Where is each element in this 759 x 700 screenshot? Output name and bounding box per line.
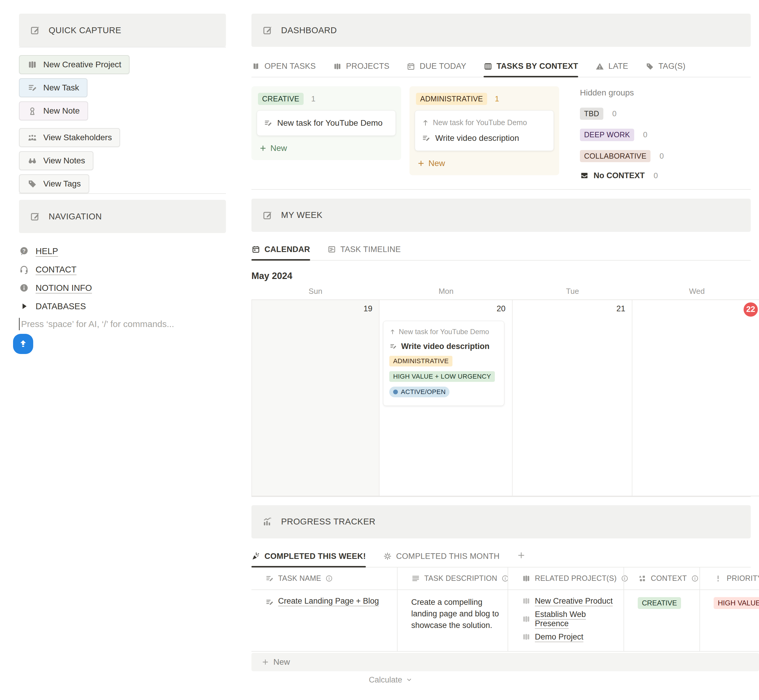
project-name: Demo Project [535, 633, 584, 642]
button-label: New Creative Project [43, 60, 121, 69]
today-badge: 22 [743, 302, 758, 317]
help-icon: ? [19, 246, 29, 256]
new-note-button[interactable]: New Note [19, 102, 88, 120]
help-link[interactable]: ? HELP [19, 242, 226, 260]
info-circle-icon [325, 575, 333, 582]
cell-context[interactable]: CREATIVE [623, 590, 700, 651]
tab-label: TASKS BY CONTEXT [497, 62, 578, 71]
divider [251, 496, 751, 497]
column-count: 1 [311, 94, 315, 103]
edit-icon [30, 25, 40, 36]
column-header-task-description[interactable]: TASK DESCRIPTION [397, 567, 508, 589]
tab-completed-this-week[interactable]: COMPLETED THIS WEEK! [251, 552, 366, 567]
task-icon [422, 134, 431, 142]
project-link[interactable]: New Creative Product [522, 597, 616, 606]
plus-icon [261, 658, 269, 666]
column-header-priority[interactable]: PRIORITY [700, 567, 759, 589]
tag-icon [645, 62, 654, 71]
ai-badge-button[interactable] [13, 334, 33, 354]
table-new-row-button[interactable]: New [251, 653, 759, 671]
board-new-button[interactable]: New [415, 159, 554, 168]
event-parent-row: New task for YouTube Demo [389, 328, 498, 336]
task-card-parent-row: New task for YouTube Demo [422, 118, 547, 127]
calendar-cell-wed-22[interactable]: 22 [632, 300, 759, 496]
binoculars-icon [27, 156, 37, 166]
cell-task-description[interactable]: Create a compelling landing page and blo… [397, 590, 508, 651]
task-card[interactable]: New task for YouTube Demo [257, 110, 396, 136]
group-count: 0 [659, 152, 664, 161]
table-header-row: TASK NAME TASK DESCRIPTION RELATED PROJE… [251, 567, 759, 590]
tab-label: DUE TODAY [420, 62, 466, 71]
tab-task-timeline[interactable]: TASK TIMELINE [327, 245, 401, 260]
task-link[interactable]: Create Landing Page + Blog [265, 597, 390, 606]
column-header-context[interactable]: CONTEXT [623, 567, 700, 589]
my-week-view-tabs: CALENDAR TASK TIMELINE [251, 245, 751, 261]
day-header: Wed [632, 287, 759, 296]
tab-calendar[interactable]: CALENDAR [251, 245, 310, 260]
databases-label: DATABASES [36, 302, 86, 311]
contact-link[interactable]: CONTACT [19, 260, 226, 279]
view-notes-button[interactable]: View Notes [19, 151, 94, 170]
hidden-group-tbd[interactable]: TBD 0 [580, 108, 664, 120]
project-link[interactable]: Demo Project [522, 633, 616, 642]
tab-late[interactable]: LATE [595, 62, 628, 77]
books-icon [522, 597, 531, 605]
tab-tasks-by-context[interactable]: TASKS BY CONTEXT [484, 62, 578, 77]
tab-label: COMPLETED THIS WEEK! [264, 552, 366, 561]
notion-info-link[interactable]: NOTION INFO [19, 279, 226, 297]
calendar-cell-tue-21[interactable]: 21 [512, 300, 632, 496]
event-parent: New task for YouTube Demo [399, 328, 489, 336]
column-label: TASK NAME [278, 574, 321, 583]
task-icon [27, 83, 37, 93]
day-header: Tue [512, 287, 632, 296]
tab-completed-this-month[interactable]: COMPLETED THIS MONTH [383, 552, 500, 567]
column-header-task-name[interactable]: TASK NAME [251, 567, 397, 589]
event-priority-tag: HIGH VALUE + LOW URGENCY [389, 371, 495, 382]
edit-icon [262, 25, 273, 36]
task-icon [265, 598, 274, 606]
tab-projects[interactable]: PROJECTS [333, 62, 389, 77]
view-stakeholders-button[interactable]: View Stakeholders [19, 128, 120, 147]
sidebar: QUICK CAPTURE New Creative Project New T… [19, 14, 226, 354]
hidden-group-no-context[interactable]: No CONTEXT 0 [580, 171, 664, 180]
divider [19, 47, 226, 47]
hidden-group-collaborative[interactable]: COLLABORATIVE 0 [580, 150, 664, 162]
tab-open-tasks[interactable]: OPEN TASKS [251, 62, 316, 77]
column-name-tag: ADMINISTRATIVE [416, 93, 487, 105]
context-tag: CREATIVE [638, 597, 681, 609]
column-header-related-projects[interactable]: RELATED PROJECT(S) [508, 567, 623, 589]
tab-due-today[interactable]: DUE TODAY [406, 62, 466, 77]
project-link[interactable]: Establish Web Presence [522, 610, 616, 628]
view-tags-button[interactable]: View Tags [19, 174, 89, 193]
tab-tags[interactable]: TAG(S) [645, 62, 686, 77]
board-new-button[interactable]: New [257, 144, 396, 153]
lines-icon [411, 574, 420, 583]
calculate-button[interactable]: Calculate [369, 675, 759, 684]
progress-table: TASK NAME TASK DESCRIPTION RELATED PROJE… [251, 567, 759, 652]
task-card-title: New task for YouTube Demo [277, 118, 383, 128]
cell-priority[interactable]: HIGH VALUE + [700, 590, 759, 651]
editor-placeholder-line[interactable]: Press ‘space’ for AI, ‘/’ for commands..… [19, 318, 226, 330]
calendar-event-card[interactable]: New task for YouTube Demo Write video de… [383, 321, 504, 406]
calendar-icon [406, 62, 415, 71]
hidden-group-deep-work[interactable]: DEEP WORK 0 [580, 129, 664, 141]
new-task-button[interactable]: New Task [19, 78, 87, 97]
databases-toggle[interactable]: DATABASES [19, 297, 226, 316]
project-name: Establish Web Presence [535, 610, 616, 628]
calendar-cell-mon-20[interactable]: 20 New task for YouTube Demo Write video… [380, 300, 512, 496]
group-label-row: No CONTEXT [580, 171, 645, 180]
edit-icon [262, 210, 273, 220]
event-status-tag: ACTIVE/OPEN [389, 387, 450, 397]
task-icon [389, 342, 397, 350]
new-creative-project-button[interactable]: New Creative Project [19, 55, 130, 74]
group-tag: COLLABORATIVE [580, 150, 650, 162]
calendar-cell-sun-19[interactable]: 19 [251, 300, 380, 496]
task-card[interactable]: New task for YouTube Demo Write video de… [415, 110, 554, 151]
add-view-button[interactable] [517, 551, 526, 567]
button-label: View Stakeholders [43, 133, 112, 142]
shapes-icon [638, 574, 647, 583]
note-icon [27, 106, 37, 116]
event-context-tag: ADMINISTRATIVE [389, 356, 453, 366]
board-column-creative: CREATIVE 1 New task for YouTube Demo New [251, 86, 401, 160]
task-card-title: Write video description [435, 133, 519, 143]
